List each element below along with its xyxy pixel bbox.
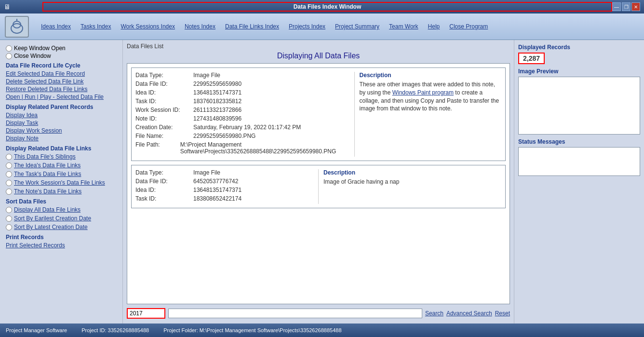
nav-team-work[interactable]: Team Work bbox=[384, 21, 423, 32]
nav-ideas-index[interactable]: Ideas Index bbox=[36, 21, 76, 32]
app-logo bbox=[5, 16, 29, 38]
task-links-radio[interactable]: The Task's Data File Links bbox=[6, 170, 117, 178]
parent-records-section-title: Display Related Parent Records bbox=[6, 104, 117, 110]
search-bar: Search Advanced Search Reset bbox=[127, 306, 510, 321]
siblings-radio[interactable]: This Data File's Siblings bbox=[6, 153, 117, 161]
record-card-1[interactable]: Data Type: Image File Data File ID: 2299… bbox=[131, 67, 506, 161]
field-work-session-id-1: Work Session ID: 261113321372866 bbox=[135, 107, 349, 113]
nav-work-sessions-index[interactable]: Work Sessions Index bbox=[116, 21, 180, 32]
record-2-right: Description Image of Gracie having a nap bbox=[318, 169, 501, 204]
displayed-records-box: 2,287 bbox=[518, 53, 640, 64]
field-task-id-1: Task ID: 183760182335812 bbox=[135, 98, 349, 105]
sidebar: Keep Window Open Close Window Data File … bbox=[0, 40, 123, 324]
field-note-id-1: Note ID: 127431480839596 bbox=[135, 115, 349, 122]
image-preview-title: Image Preview bbox=[518, 68, 640, 75]
minimize-button[interactable]: — bbox=[612, 2, 621, 11]
nav-project-summary[interactable]: Project Summary bbox=[330, 21, 384, 32]
field-data-type-1: Data Type: Image File bbox=[135, 72, 349, 79]
field-task-id-2: Task ID: 183808652422174 bbox=[135, 195, 313, 202]
list-header: Data Files List bbox=[127, 43, 510, 50]
displayed-records-title: Displayed Records bbox=[518, 44, 640, 51]
window-title: Data Files Index Window bbox=[42, 2, 612, 12]
title-bar: 🖥 Data Files Index Window — ❐ ✕ bbox=[0, 0, 644, 13]
nav-links: Ideas Index Tasks Index Work Sessions In… bbox=[36, 21, 493, 32]
display-note-link[interactable]: Display Note bbox=[6, 135, 117, 142]
close-window-radio[interactable]: Close Window bbox=[6, 53, 117, 59]
field-idea-id-2: Idea ID: 136481351747371 bbox=[135, 187, 313, 193]
sort-earliest-radio[interactable]: Sort By Earilest Creation Date bbox=[6, 215, 117, 222]
search-button[interactable]: Search bbox=[425, 310, 443, 317]
display-idea-link[interactable]: Display Idea bbox=[6, 111, 117, 119]
note-links-radio[interactable]: The Note's Data File Links bbox=[6, 188, 117, 195]
reset-button[interactable]: Reset bbox=[495, 310, 510, 317]
sort-latest-radio[interactable]: Sort By Latest Creation Date bbox=[6, 223, 117, 231]
status-project-id: Project ID: 33526268885488 bbox=[81, 327, 149, 333]
field-idea-id-1: Idea ID: 136481351747371 bbox=[135, 89, 349, 96]
display-all-radio[interactable]: Display All Data File Links bbox=[6, 206, 117, 214]
edit-record-link[interactable]: Edit Selected Data File Record bbox=[6, 70, 117, 78]
nav-notes-index[interactable]: Notes Index bbox=[180, 21, 220, 32]
field-data-type-2: Data Type: Image File bbox=[135, 169, 313, 176]
content-area: Data Files List Displaying All Data File… bbox=[123, 40, 514, 324]
right-panel: Displayed Records 2,287 Image Preview St… bbox=[514, 40, 644, 324]
nav-bar: Ideas Index Tasks Index Work Sessions In… bbox=[0, 13, 644, 40]
nav-tasks-index[interactable]: Tasks Index bbox=[76, 21, 116, 32]
record-1-left: Data Type: Image File Data File ID: 2299… bbox=[135, 72, 349, 157]
data-file-links-section-title: Display Related Data File Links bbox=[6, 145, 117, 152]
display-work-session-link[interactable]: Display Work Session bbox=[6, 127, 117, 135]
print-section-title: Print Records bbox=[6, 234, 117, 241]
app-icon: 🖥 bbox=[4, 3, 11, 11]
display-title: Displaying All Data Files bbox=[127, 52, 510, 60]
delete-link-link[interactable]: Delete Selected Data File Link bbox=[6, 78, 117, 85]
status-messages-box bbox=[518, 147, 640, 176]
work-session-links-radio[interactable]: The Work Session's Data File Links bbox=[6, 179, 117, 187]
advanced-search-button[interactable]: Advanced Search bbox=[446, 310, 492, 317]
records-count: 2,287 bbox=[518, 53, 545, 64]
status-software: Project Manager Software bbox=[6, 327, 67, 333]
field-creation-date-1: Creation Date: Saturday, February 19, 20… bbox=[135, 124, 349, 131]
lifecycle-section-title: Data File Record Life Cycle bbox=[6, 62, 117, 69]
nav-help[interactable]: Help bbox=[423, 21, 445, 32]
record-2-left: Data Type: Image File Data File ID: 6452… bbox=[135, 169, 313, 204]
nav-data-file-links-index[interactable]: Data File Links Index bbox=[220, 21, 284, 32]
idea-links-radio[interactable]: The Idea's Data File Links bbox=[6, 162, 117, 169]
windows-paint-link[interactable]: Windows Paint program bbox=[392, 89, 454, 96]
nav-close-program[interactable]: Close Program bbox=[444, 21, 493, 32]
image-preview-box bbox=[518, 77, 640, 135]
restore-links-link[interactable]: Restore Deleted Data File Links bbox=[6, 85, 117, 93]
search-number-input[interactable] bbox=[127, 308, 165, 319]
nav-projects-index[interactable]: Projects Index bbox=[284, 21, 330, 32]
sort-section-title: Sort Data Files bbox=[6, 198, 117, 205]
display-task-link[interactable]: Display Task bbox=[6, 119, 117, 127]
print-selected-link[interactable]: Print Selected Records bbox=[6, 242, 117, 249]
record-1-right: Description These are other images that … bbox=[354, 72, 501, 157]
field-data-file-id-1: Data File ID: 229952595659980 bbox=[135, 81, 349, 87]
main-layout: Keep Window Open Close Window Data File … bbox=[0, 40, 644, 324]
window-controls: — ❐ ✕ bbox=[612, 2, 640, 11]
records-panel[interactable]: Data Type: Image File Data File ID: 2299… bbox=[127, 63, 510, 304]
field-file-path-1: File Path: M:\Project Management Softwar… bbox=[135, 141, 349, 155]
restore-button[interactable]: ❐ bbox=[622, 2, 631, 11]
close-window-button[interactable]: ✕ bbox=[631, 2, 640, 11]
search-text-input[interactable] bbox=[168, 309, 422, 318]
status-bar: Project Manager Software Project ID: 335… bbox=[0, 324, 644, 337]
status-project-folder: Project Folder: M:\Project Management So… bbox=[163, 327, 341, 333]
record-card-2[interactable]: Data Type: Image File Data File ID: 6452… bbox=[131, 165, 506, 208]
status-messages-title: Status Messages bbox=[518, 138, 640, 145]
field-file-name-1: File Name: 229952595659980.PNG bbox=[135, 133, 349, 139]
open-file-link[interactable]: Open | Run | Play - Selected Data File bbox=[6, 93, 117, 101]
field-data-file-id-2: Data File ID: 64520537776742 bbox=[135, 178, 313, 185]
keep-window-radio[interactable]: Keep Window Open bbox=[6, 45, 117, 52]
